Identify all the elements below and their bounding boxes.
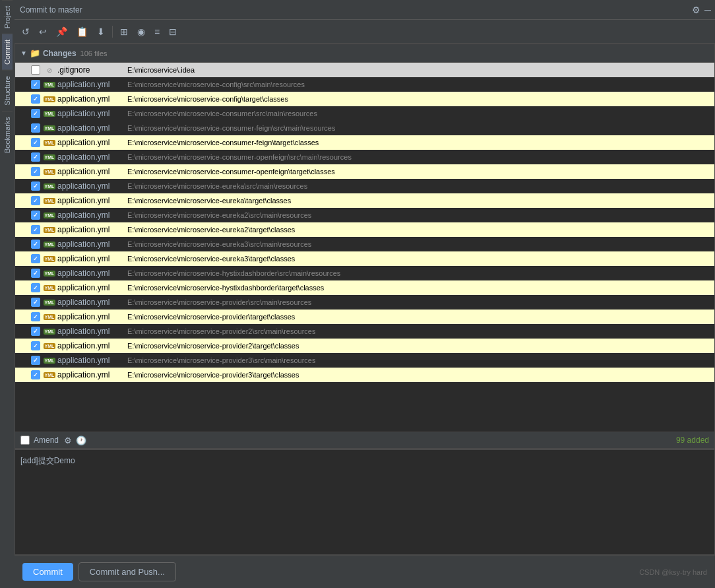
minimize-icon[interactable]: ─ bbox=[704, 5, 711, 15]
file-type-icon: YML bbox=[44, 152, 55, 162]
file-path: E:\microservice\microservice-provider3\s… bbox=[127, 356, 315, 364]
file-checkbox[interactable] bbox=[31, 109, 40, 118]
clock-icon[interactable]: 🕐 bbox=[76, 436, 86, 445]
file-name: application.yml bbox=[57, 109, 123, 118]
file-checkbox[interactable] bbox=[31, 312, 40, 321]
file-checkbox[interactable] bbox=[31, 341, 40, 350]
file-checkbox[interactable] bbox=[31, 240, 40, 249]
table-row[interactable]: YMLapplication.ymlE:\microservice\micros… bbox=[15, 164, 714, 179]
file-type-icon: YML bbox=[44, 312, 55, 321]
commit-message-input[interactable] bbox=[15, 450, 714, 554]
table-row[interactable]: YMLapplication.ymlE:\microservice\micros… bbox=[15, 135, 714, 150]
file-checkbox[interactable] bbox=[31, 80, 40, 89]
list-button[interactable]: ≡ bbox=[151, 24, 163, 39]
file-type-icon: YML bbox=[44, 341, 55, 350]
table-row[interactable]: YMLapplication.ymlE:\microservice\micros… bbox=[15, 310, 714, 324]
table-row[interactable]: YMLapplication.ymlE:\microservice\micros… bbox=[15, 150, 714, 164]
table-row[interactable]: YMLapplication.ymlE:\microservice\micros… bbox=[15, 353, 714, 368]
file-name: application.yml bbox=[57, 152, 123, 162]
table-row[interactable]: YMLapplication.ymlE:\microservice\micros… bbox=[15, 77, 714, 92]
filter-button[interactable]: ⊟ bbox=[166, 24, 180, 39]
table-row[interactable]: YMLapplication.ymlE:\microservice\micros… bbox=[15, 324, 714, 339]
file-type-icon: YML bbox=[44, 269, 55, 278]
file-name: application.yml bbox=[57, 298, 123, 307]
download-button[interactable]: ⬇ bbox=[94, 24, 108, 39]
file-name: application.yml bbox=[57, 123, 123, 133]
file-path: E:\microservice\microservice-eureka3\src… bbox=[127, 240, 311, 248]
file-type-icon: YML bbox=[44, 356, 55, 365]
file-checkbox[interactable] bbox=[31, 370, 40, 379]
file-type-icon: YML bbox=[44, 181, 55, 191]
file-checkbox[interactable] bbox=[31, 211, 40, 220]
commit-message-area bbox=[15, 449, 715, 555]
file-name: application.yml bbox=[57, 138, 123, 147]
table-row[interactable]: YMLapplication.ymlE:\microservice\micros… bbox=[15, 339, 714, 353]
table-row[interactable]: YMLapplication.ymlE:\microservice\micros… bbox=[15, 92, 714, 106]
file-name: application.yml bbox=[57, 370, 123, 379]
file-checkbox[interactable] bbox=[31, 254, 40, 263]
pin-button[interactable]: 📌 bbox=[53, 24, 71, 39]
sidebar-item-project[interactable]: Project bbox=[2, 0, 13, 34]
file-path: E:\microservice\microservice-consumer\sr… bbox=[127, 110, 317, 117]
file-name: application.yml bbox=[57, 269, 123, 278]
file-type-icon: YML bbox=[44, 109, 55, 118]
file-checkbox[interactable] bbox=[31, 123, 40, 133]
table-row[interactable]: YMLapplication.ymlE:\microservice\micros… bbox=[15, 121, 714, 135]
commit-push-button[interactable]: Commit and Push... bbox=[78, 562, 176, 581]
main-panel: Commit to master ⚙ ─ ↺ ↩ 📌 📋 ⬇ ⊞ ◉ ≡ ⊟ ▼… bbox=[15, 0, 715, 588]
file-checkbox[interactable] bbox=[31, 269, 40, 278]
file-type-icon: YML bbox=[44, 123, 55, 133]
file-checkbox[interactable] bbox=[31, 65, 40, 75]
file-type-icon: YML bbox=[44, 138, 55, 147]
table-row[interactable]: YMLapplication.ymlE:\microservice\micros… bbox=[15, 266, 714, 280]
file-checkbox[interactable] bbox=[31, 138, 40, 147]
view-toggle-button[interactable]: ⊞ bbox=[117, 24, 131, 39]
commit-button[interactable]: Commit bbox=[22, 563, 73, 581]
changes-toggle[interactable]: ▼ bbox=[20, 49, 27, 57]
table-row[interactable]: YMLapplication.ymlE:\microservice\micros… bbox=[15, 222, 714, 237]
table-row[interactable]: YMLapplication.ymlE:\microservice\micros… bbox=[15, 251, 714, 266]
changes-title: Changes bbox=[43, 49, 77, 58]
table-row[interactable]: YMLapplication.ymlE:\microservice\micros… bbox=[15, 179, 714, 193]
sidebar-item-structure[interactable]: Structure bbox=[2, 70, 13, 111]
refresh-button[interactable]: ↺ bbox=[18, 24, 33, 39]
file-type-icon: YML bbox=[44, 298, 55, 307]
title-bar: Commit to master ⚙ ─ bbox=[15, 0, 715, 20]
file-checkbox[interactable] bbox=[31, 167, 40, 176]
file-path: E:\microservice\microservice-eureka\targ… bbox=[127, 197, 291, 205]
file-path: E:\microservice\microservice-config\src\… bbox=[127, 81, 305, 88]
added-count: 99 added bbox=[676, 436, 709, 445]
table-row[interactable]: YMLapplication.ymlE:\microservice\micros… bbox=[15, 193, 714, 208]
file-checkbox[interactable] bbox=[31, 94, 40, 104]
file-type-icon: YML bbox=[44, 254, 55, 263]
file-checkbox[interactable] bbox=[31, 356, 40, 365]
sidebar-item-bookmarks[interactable]: Bookmarks bbox=[2, 111, 13, 158]
file-name: .gitignore bbox=[57, 65, 123, 75]
table-row[interactable]: YMLapplication.ymlE:\microservice\micros… bbox=[15, 237, 714, 251]
table-row[interactable]: YMLapplication.ymlE:\microservice\micros… bbox=[15, 368, 714, 382]
table-row[interactable]: ⊘.gitignoreE:\microservice\.idea bbox=[15, 63, 714, 77]
file-type-icon: YML bbox=[44, 240, 55, 249]
file-checkbox[interactable] bbox=[31, 298, 40, 307]
settings-icon-2[interactable]: ⚙ bbox=[64, 436, 72, 445]
sidebar-item-commit[interactable]: Commit bbox=[2, 34, 13, 70]
file-name: application.yml bbox=[57, 283, 123, 292]
table-row[interactable]: YMLapplication.ymlE:\microservice\micros… bbox=[15, 295, 714, 310]
undo-button[interactable]: ↩ bbox=[36, 24, 50, 39]
folder-icon: 📁 bbox=[30, 48, 40, 58]
file-checkbox[interactable] bbox=[31, 196, 40, 205]
table-row[interactable]: YMLapplication.ymlE:\microservice\micros… bbox=[15, 208, 714, 222]
file-checkbox[interactable] bbox=[31, 152, 40, 162]
amend-checkbox[interactable] bbox=[20, 436, 30, 445]
changes-count: 106 files bbox=[80, 49, 108, 57]
table-row[interactable]: YMLapplication.ymlE:\microservice\micros… bbox=[15, 280, 714, 295]
file-list: ⊘.gitignoreE:\microservice\.ideaYMLappli… bbox=[15, 63, 714, 432]
eye-button[interactable]: ◉ bbox=[134, 24, 148, 39]
settings-icon[interactable]: ⚙ bbox=[692, 5, 700, 15]
clipboard-button[interactable]: 📋 bbox=[73, 24, 91, 39]
file-checkbox[interactable] bbox=[31, 327, 40, 336]
file-checkbox[interactable] bbox=[31, 181, 40, 191]
table-row[interactable]: YMLapplication.ymlE:\microservice\micros… bbox=[15, 106, 714, 121]
file-checkbox[interactable] bbox=[31, 283, 40, 292]
file-checkbox[interactable] bbox=[31, 225, 40, 234]
